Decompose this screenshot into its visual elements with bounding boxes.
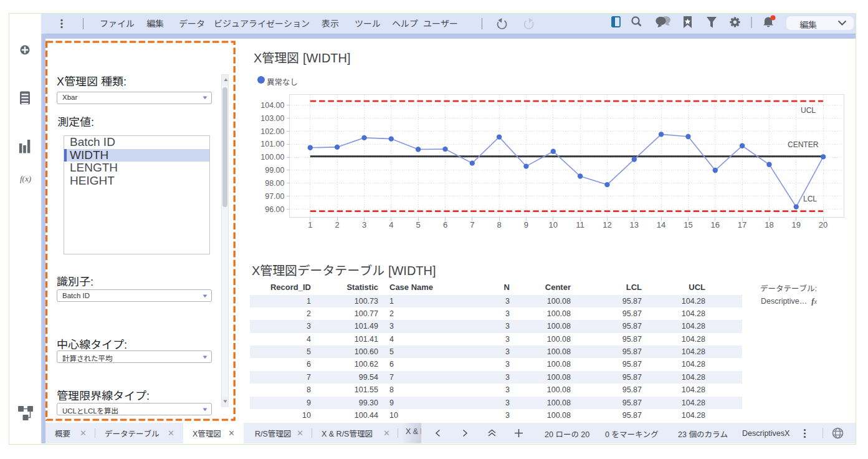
svg-text:f(x): f(x): [20, 174, 31, 183]
svg-text:CENTER: CENTER: [788, 140, 819, 149]
svg-text:UCL: UCL: [801, 106, 816, 115]
svg-text:LCL: LCL: [803, 195, 817, 203]
